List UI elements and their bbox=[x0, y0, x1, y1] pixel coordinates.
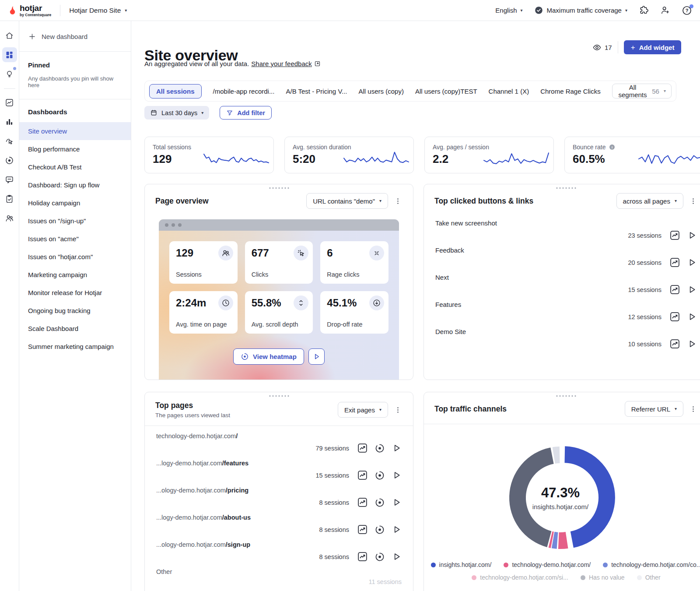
date-range-dropdown[interactable]: Last 30 days ▾ bbox=[144, 106, 209, 120]
trend-icon[interactable] bbox=[669, 311, 680, 322]
play-recording-button[interactable] bbox=[308, 348, 325, 365]
recordings-icon[interactable] bbox=[2, 134, 17, 148]
metric-card-avg-pages-session: Avg. pages / session2.2 bbox=[424, 137, 554, 173]
sidebar-item-issues-on-acme[interactable]: Issues on "acme" bbox=[19, 230, 131, 248]
tab-channel-1-x[interactable]: Channel 1 (X) bbox=[489, 88, 529, 95]
traffic-coverage-selector[interactable]: Maximum traffic coverage▾ bbox=[534, 6, 627, 15]
tab-chrome-rage-clicks[interactable]: Chrome Rage Clicks bbox=[540, 88, 601, 95]
legend-item-technology-demo-hotjar-com-co[interactable]: technology-demo.hotjar.com/co... bbox=[603, 561, 700, 568]
tab-all-sessions[interactable]: All sessions bbox=[149, 84, 202, 98]
drag-handle[interactable] bbox=[269, 187, 289, 189]
play-icon[interactable] bbox=[687, 312, 697, 322]
drag-handle[interactable] bbox=[556, 187, 576, 189]
donut-segment-other[interactable] bbox=[553, 447, 560, 464]
pages-scope-dropdown[interactable]: across all pages▾ bbox=[616, 193, 683, 209]
trend-icon[interactable] bbox=[669, 338, 680, 349]
trend-icon[interactable] bbox=[669, 284, 680, 295]
brand-name: hotjar bbox=[20, 4, 51, 12]
page-filter-dropdown[interactable]: URL contains "demo"▾ bbox=[306, 193, 388, 209]
widget-menu-button[interactable] bbox=[689, 405, 698, 414]
play-icon[interactable] bbox=[687, 257, 697, 267]
trend-icon[interactable] bbox=[357, 470, 368, 481]
feedback-icon[interactable] bbox=[2, 172, 17, 187]
share-feedback-link[interactable]: Share your feedback bbox=[251, 60, 320, 67]
drag-handle[interactable] bbox=[269, 395, 289, 397]
play-icon[interactable] bbox=[687, 285, 697, 295]
integrations-button[interactable] bbox=[639, 5, 649, 15]
trend-icon[interactable] bbox=[669, 230, 680, 241]
legend-item-other[interactable]: Other bbox=[637, 574, 661, 581]
all-segments-dropdown[interactable]: All segments 56 ▾ bbox=[612, 84, 672, 98]
donut-segment-technology-demo-hotjar-com[interactable] bbox=[558, 532, 568, 549]
trend-icon[interactable] bbox=[357, 443, 368, 454]
heatmap-icon[interactable] bbox=[374, 497, 385, 508]
legend-item-has-no-value[interactable]: Has no value bbox=[581, 574, 625, 581]
view-heatmap-button[interactable]: View heatmap bbox=[233, 348, 304, 365]
sidebar-item-summer-marketing-campaign[interactable]: Summer marketing campaign bbox=[19, 338, 131, 355]
sidebar-item-issues-on-sign-up[interactable]: Issues on "/sign-up" bbox=[19, 212, 131, 230]
sessions-count: 10 sessions bbox=[628, 341, 662, 348]
legend-item-insights-hotjar-com[interactable]: insights.hotjar.com/ bbox=[431, 561, 492, 568]
drag-handle[interactable] bbox=[556, 395, 576, 397]
play-icon[interactable] bbox=[687, 339, 697, 349]
trend-icon[interactable] bbox=[357, 524, 368, 535]
heatmap-icon[interactable] bbox=[374, 524, 385, 535]
hotjar-logo[interactable]: hotjar by Contentsquare bbox=[8, 4, 51, 17]
sidebar-item-marketing-campaign[interactable]: Marketing campaign bbox=[19, 266, 131, 284]
play-icon[interactable] bbox=[392, 497, 402, 507]
widget-menu-button[interactable] bbox=[393, 197, 402, 206]
sidebar-item-ongoing-bug-tracking[interactable]: Ongoing bug tracking bbox=[19, 302, 131, 320]
sessions-count: 12 sessions bbox=[628, 313, 662, 320]
play-icon[interactable] bbox=[392, 524, 402, 535]
sidebar-item-blog-performance[interactable]: Blog performance bbox=[19, 140, 131, 158]
trend-icon[interactable] bbox=[669, 257, 680, 268]
info-icon[interactable]: i bbox=[609, 144, 616, 151]
stat-tile-rage-clicks: 6Rage clicks bbox=[320, 241, 388, 284]
play-icon[interactable] bbox=[392, 470, 402, 480]
play-icon[interactable] bbox=[392, 443, 402, 453]
legend-item-technology-demo-hotjar-com-si[interactable]: technology-demo.hotjar.com/si... bbox=[472, 574, 568, 581]
heatmaps-icon[interactable] bbox=[2, 153, 17, 168]
sidebar-item-issues-on-hotjar-com[interactable]: Issues on "hotjar.com" bbox=[19, 248, 131, 266]
referrer-dropdown[interactable]: Referrer URL▾ bbox=[625, 401, 683, 417]
play-icon[interactable] bbox=[687, 230, 697, 240]
tab-a-b-test-pricing-v[interactable]: A/B Test - Pricing V... bbox=[286, 88, 347, 95]
heatmap-icon[interactable] bbox=[374, 443, 385, 454]
funnels-icon[interactable] bbox=[2, 114, 17, 129]
widget-menu-button[interactable] bbox=[393, 405, 402, 415]
trends-icon[interactable] bbox=[2, 95, 17, 110]
traffic-donut-chart[interactable]: 47.3% insights.hotjar.com/ bbox=[497, 434, 624, 561]
heatmap-icon[interactable] bbox=[374, 552, 385, 562]
donut-segment-has-no-value[interactable] bbox=[509, 447, 554, 547]
sidebar-item-monitor-release-for-hotjar[interactable]: Monitor release for Hotjar bbox=[19, 284, 131, 302]
surveys-icon[interactable] bbox=[2, 191, 17, 206]
highlights-icon[interactable] bbox=[2, 67, 17, 81]
sidebar-item-holiday-campaign[interactable]: Holiday campaign bbox=[19, 194, 131, 212]
donut-segment-insights-hotjar-com[interactable] bbox=[565, 446, 615, 548]
add-widget-button[interactable]: + Add widget bbox=[624, 40, 682, 54]
sidebar-item-scale-dashboard[interactable]: Scale Dashboard bbox=[19, 320, 131, 338]
segment-tabs: All sessions/mobile-app recordi...A/B Te… bbox=[144, 81, 676, 102]
interviews-icon[interactable] bbox=[2, 211, 17, 225]
sidebar-item-checkout-a-b-test[interactable]: Checkout A/B Test bbox=[19, 158, 131, 176]
legend-item-technology-demo-hotjar-com[interactable]: technology-demo.hotjar.com/ bbox=[504, 561, 591, 568]
new-dashboard-button[interactable]: New dashboard bbox=[19, 21, 131, 52]
invite-user-button[interactable] bbox=[660, 5, 670, 15]
language-selector[interactable]: English▾ bbox=[495, 7, 522, 14]
add-filter-button[interactable]: Add filter bbox=[220, 106, 272, 120]
widget-menu-button[interactable] bbox=[689, 197, 698, 206]
tab-all-users-copy[interactable]: All users (copy) bbox=[359, 88, 404, 95]
exit-pages-dropdown[interactable]: Exit pages▾ bbox=[338, 402, 388, 418]
trend-icon[interactable] bbox=[357, 497, 368, 508]
sidebar-item-site-overview[interactable]: Site overview bbox=[19, 122, 131, 140]
trend-icon[interactable] bbox=[357, 551, 368, 562]
tab-mobile-app-recordi[interactable]: /mobile-app recordi... bbox=[213, 88, 275, 95]
dashboards-icon[interactable] bbox=[2, 47, 17, 62]
sidebar-item-dashboard-sign-up-flow[interactable]: Dashboard: Sign up flow bbox=[19, 176, 131, 194]
home-icon[interactable] bbox=[2, 28, 17, 43]
tab-all-users-copy-test[interactable]: All users (copy)TEST bbox=[415, 88, 477, 95]
help-button[interactable]: ? bbox=[682, 5, 692, 16]
site-selector[interactable]: Hotjar Demo Site▾ bbox=[69, 7, 127, 14]
play-icon[interactable] bbox=[392, 552, 402, 562]
heatmap-icon[interactable] bbox=[374, 470, 385, 481]
